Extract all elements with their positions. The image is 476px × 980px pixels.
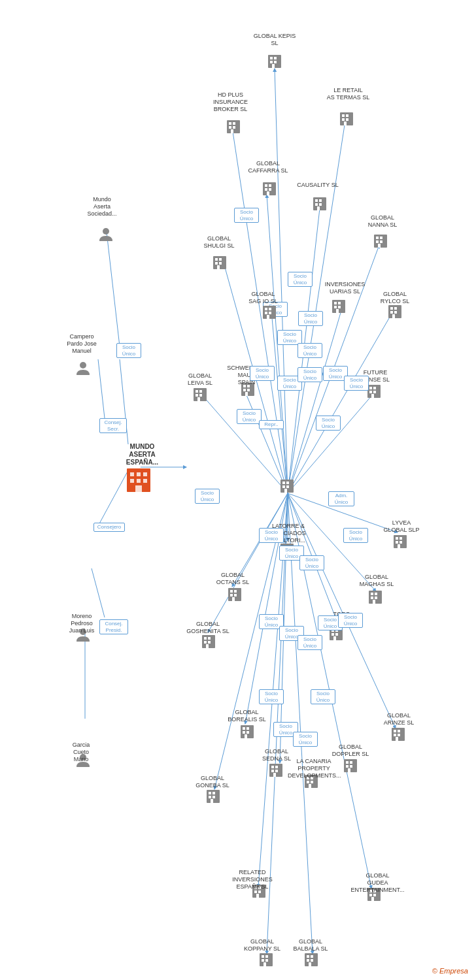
svg-rect-149 xyxy=(371,596,373,599)
svg-line-0 xyxy=(275,69,288,493)
building-global-doppler xyxy=(341,757,360,775)
svg-rect-106 xyxy=(197,397,200,401)
svg-rect-80 xyxy=(265,312,267,314)
svg-rect-192 xyxy=(307,781,309,783)
svg-rect-94 xyxy=(392,314,395,318)
svg-rect-219 xyxy=(264,962,266,966)
label-le-retail: LE RETAILAS TERMAS SL xyxy=(324,87,373,101)
svg-rect-185 xyxy=(275,766,278,768)
svg-line-32 xyxy=(92,568,105,617)
svg-rect-157 xyxy=(333,636,336,640)
svg-rect-127 xyxy=(284,489,287,493)
svg-rect-109 xyxy=(373,387,376,389)
svg-rect-110 xyxy=(369,391,372,393)
badge-socio-unico-4: SocioÚnico xyxy=(298,311,323,326)
label-mundo-aserta-soc: MundoAsertaSociedad... xyxy=(78,196,126,217)
svg-rect-181 xyxy=(350,765,352,768)
label-global-goshenita: GLOBALGOSHENITA SL xyxy=(182,621,234,635)
label-global-kepis: GLOBAL KEPIS SL xyxy=(252,33,298,47)
badge-adm-unico: Adm.Único xyxy=(328,491,354,506)
badge-socio-unico-9: SocioÚnico xyxy=(298,367,322,382)
svg-rect-117 xyxy=(143,472,147,476)
building-global-koppany xyxy=(257,951,275,969)
svg-rect-56 xyxy=(269,188,271,191)
svg-rect-206 xyxy=(258,890,261,893)
label-global-doppler: GLOBALDOPPLER SL xyxy=(327,743,374,758)
building-hd-plus xyxy=(224,118,243,136)
svg-rect-120 xyxy=(143,479,147,483)
badge-socio-unico-ll1: SocioÚnico xyxy=(259,689,284,704)
svg-rect-105 xyxy=(199,394,202,397)
label-global-goneba: GLOBALGONEBA SL xyxy=(190,775,235,789)
svg-rect-39 xyxy=(272,64,275,68)
svg-rect-136 xyxy=(234,590,237,593)
label-global-gudea: GLOBALGUDEAENTERTAINMENT... xyxy=(350,872,405,893)
svg-rect-81 xyxy=(269,312,271,314)
svg-rect-104 xyxy=(196,394,198,397)
svg-rect-124 xyxy=(286,482,289,484)
svg-rect-121 xyxy=(135,485,142,492)
svg-rect-91 xyxy=(394,307,397,310)
svg-rect-217 xyxy=(262,959,264,962)
svg-rect-98 xyxy=(243,389,246,391)
svg-rect-100 xyxy=(245,392,248,396)
building-global-balbala xyxy=(302,951,320,969)
svg-rect-43 xyxy=(229,126,231,129)
label-global-nanna: GLOBALNANNA SL xyxy=(360,214,405,229)
svg-rect-111 xyxy=(373,391,376,393)
badge-socio-unico-lat1: SocioÚnico xyxy=(259,528,284,543)
label-mundo-aserta-esp: MUNDOASERTAESPAÑA... xyxy=(114,443,170,466)
svg-rect-147 xyxy=(371,593,373,595)
svg-rect-137 xyxy=(230,594,233,596)
svg-rect-144 xyxy=(208,641,211,644)
svg-rect-60 xyxy=(319,199,322,202)
svg-rect-88 xyxy=(336,309,339,313)
badge-socio-unico-lat3: SocioÚnico xyxy=(299,555,324,570)
building-global-goneba xyxy=(204,787,222,806)
building-global-sag xyxy=(260,303,279,321)
building-mundo-aserta-main xyxy=(126,467,152,493)
svg-rect-86 xyxy=(334,306,337,308)
svg-rect-143 xyxy=(204,641,207,644)
badge-socio-unico-12: SocioÚnico xyxy=(237,409,262,424)
svg-rect-55 xyxy=(265,188,267,191)
badge-consej-presid: Consej.Presid. xyxy=(99,619,128,634)
svg-rect-200 xyxy=(211,799,213,803)
svg-rect-150 xyxy=(375,596,377,599)
svg-rect-156 xyxy=(335,633,338,636)
badge-socio-unico-ll2: SocioÚnico xyxy=(311,689,335,704)
svg-rect-180 xyxy=(346,765,348,768)
svg-rect-159 xyxy=(396,537,398,540)
svg-rect-102 xyxy=(196,390,198,393)
svg-rect-50 xyxy=(346,118,348,121)
svg-rect-187 xyxy=(275,770,278,772)
svg-rect-62 xyxy=(319,203,322,206)
label-causality: CAUSALITY SL xyxy=(294,182,341,189)
badge-socio-unico-11: SocioÚnico xyxy=(344,376,369,391)
svg-rect-212 xyxy=(373,894,376,896)
badge-socio-unico-2: SocioÚnico xyxy=(288,272,313,287)
badge-socio-unico-low5: SocioÚnico xyxy=(338,613,363,628)
svg-rect-93 xyxy=(394,311,397,314)
badge-socio-unico-low3: SocioÚnico xyxy=(298,635,322,650)
svg-rect-216 xyxy=(265,955,268,958)
badge-socio-unico-lat4: SocioÚnico xyxy=(343,528,368,543)
svg-rect-174 xyxy=(394,734,396,736)
svg-rect-224 xyxy=(311,959,313,962)
svg-rect-41 xyxy=(229,122,231,125)
svg-rect-67 xyxy=(215,262,218,265)
label-inversiones: INVERSIONESUARIAS SL xyxy=(320,281,369,295)
svg-rect-162 xyxy=(400,541,402,544)
label-global-octans: GLOBALOCTANS SL xyxy=(209,572,256,586)
building-causality xyxy=(311,195,329,213)
svg-rect-57 xyxy=(267,191,269,195)
svg-rect-194 xyxy=(309,784,311,788)
building-central-hub xyxy=(278,477,296,495)
svg-rect-125 xyxy=(282,485,285,488)
svg-rect-155 xyxy=(332,633,334,636)
svg-rect-213 xyxy=(371,897,374,901)
building-global-rylco xyxy=(386,302,404,321)
svg-rect-42 xyxy=(233,122,235,125)
person-campero-pardo xyxy=(74,359,92,379)
svg-rect-92 xyxy=(390,311,393,314)
